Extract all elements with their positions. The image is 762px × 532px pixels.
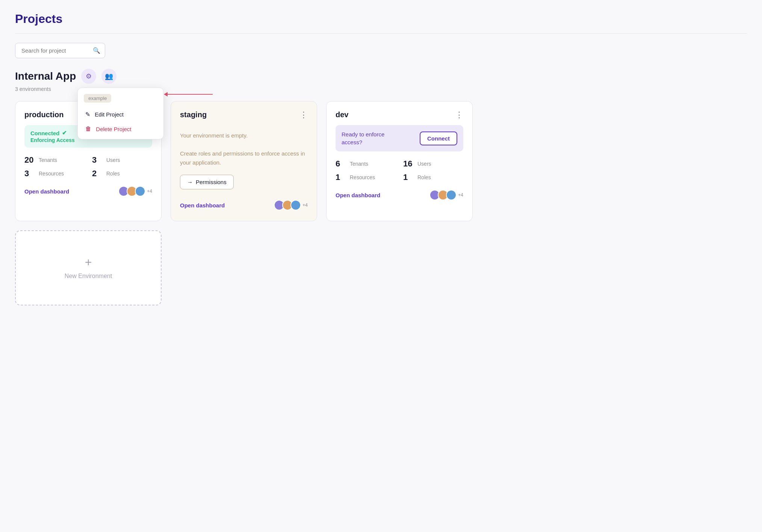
stat-users-dev: 16 Users xyxy=(403,159,463,169)
empty-state-text: Your environment is empty. Create roles … xyxy=(180,125,308,167)
env-card-staging: staging ⋮ Your environment is empty. Cre… xyxy=(171,101,317,221)
title-divider xyxy=(15,33,747,34)
env-name-staging: staging xyxy=(180,110,207,119)
plus-icon: + xyxy=(85,256,92,268)
edit-project-item[interactable]: ✎ Edit Project xyxy=(78,107,163,122)
connect-banner: Ready to enforceaccess? Connect xyxy=(336,125,463,151)
avatar-count: +4 xyxy=(302,203,308,208)
open-dashboard-staging[interactable]: Open dashboard xyxy=(180,202,225,209)
roles-num-dev: 1 xyxy=(403,172,414,182)
more-button-dev[interactable]: ⋮ xyxy=(455,111,463,119)
stat-roles: 2 Roles xyxy=(92,169,152,178)
empty-desc: Create roles and permissions to enforce … xyxy=(180,149,308,167)
trash-icon: 🗑 xyxy=(85,125,91,132)
open-dashboard-dev[interactable]: Open dashboard xyxy=(336,192,380,198)
delete-project-label: Delete Project xyxy=(96,126,131,132)
delete-project-item[interactable]: 🗑 Delete Project xyxy=(78,122,163,136)
search-icon: 🔍 xyxy=(93,47,100,54)
production-footer: Open dashboard +4 xyxy=(24,186,152,196)
env-name-production: production xyxy=(24,110,63,119)
env-card-header-dev: dev ⋮ xyxy=(336,110,463,119)
edit-project-label: Edit Project xyxy=(95,111,124,118)
dev-footer: Open dashboard +4 xyxy=(336,190,463,200)
connect-button[interactable]: Connect xyxy=(420,131,457,145)
users-num: 3 xyxy=(92,155,103,165)
arrow-right-icon: → xyxy=(187,179,193,185)
search-bar: 🔍 xyxy=(15,43,105,58)
gear-button[interactable]: ⚙ xyxy=(81,69,96,84)
members-button[interactable]: 👥 xyxy=(101,69,116,84)
avatar xyxy=(135,186,145,196)
stat-tenants-dev: 6 Tenants xyxy=(336,159,396,169)
stat-resources: 3 Resources xyxy=(24,169,85,178)
edit-icon: ✎ xyxy=(85,111,90,118)
arrow-head xyxy=(164,92,168,97)
project-header: Internal App ⚙ example ✎ Edit Project 🗑 … xyxy=(15,69,747,84)
users-num-dev: 16 xyxy=(403,159,414,169)
avatar-count: +4 xyxy=(458,192,463,198)
roles-num: 2 xyxy=(92,169,103,178)
tenants-num: 20 xyxy=(24,155,35,165)
new-environment-card[interactable]: + New Environment xyxy=(15,230,162,305)
open-dashboard-production[interactable]: Open dashboard xyxy=(24,188,69,195)
resources-num-dev: 1 xyxy=(336,172,346,182)
staging-footer: Open dashboard +4 xyxy=(180,200,308,210)
tenants-num-dev: 6 xyxy=(336,159,346,169)
tenants-label: Tenants xyxy=(39,157,57,163)
project-dropdown-menu: example ✎ Edit Project 🗑 Delete Project xyxy=(77,88,164,139)
page-title: Projects xyxy=(15,12,747,26)
avatar-count: +4 xyxy=(147,189,152,194)
roles-label: Roles xyxy=(106,171,120,177)
avatar xyxy=(290,200,301,210)
tenants-label-dev: Tenants xyxy=(350,161,368,167)
arrow-line xyxy=(168,94,213,95)
arrow-indicator xyxy=(164,92,213,97)
dropdown-tag: example xyxy=(84,94,111,103)
env-card-header-staging: staging ⋮ xyxy=(180,110,308,119)
env-card-dev: dev ⋮ Ready to enforceaccess? Connect 6 … xyxy=(326,101,473,221)
connect-prompt: Ready to enforceaccess? xyxy=(342,130,384,146)
dev-stats: 6 Tenants 16 Users 1 Resources 1 Roles xyxy=(336,159,463,182)
more-button-staging[interactable]: ⋮ xyxy=(299,111,308,119)
resources-label-dev: Resources xyxy=(350,174,375,180)
avatars-production: +4 xyxy=(118,186,152,196)
resources-num: 3 xyxy=(24,169,35,178)
avatar xyxy=(446,190,457,200)
permissions-label: Permissions xyxy=(196,179,227,185)
search-input[interactable] xyxy=(21,47,93,54)
avatars-dev: +4 xyxy=(429,190,463,200)
permissions-button[interactable]: → Permissions xyxy=(180,175,234,189)
stat-resources-dev: 1 Resources xyxy=(336,172,396,182)
stat-roles-dev: 1 Roles xyxy=(403,172,463,182)
gear-dropdown-wrapper: ⚙ example ✎ Edit Project 🗑 Delete Projec… xyxy=(81,69,96,84)
empty-title: Your environment is empty. xyxy=(180,131,308,140)
avatars-staging: +4 xyxy=(274,200,308,210)
stat-users: 3 Users xyxy=(92,155,152,165)
project-name: Internal App xyxy=(15,70,76,82)
production-stats: 20 Tenants 3 Users 3 Resources 2 Roles xyxy=(24,155,152,178)
users-label-dev: Users xyxy=(417,161,431,167)
resources-label: Resources xyxy=(39,171,64,177)
users-label: Users xyxy=(106,157,120,163)
new-environment-label: New Environment xyxy=(65,273,112,280)
check-icon: ✔ xyxy=(62,130,67,136)
stat-tenants: 20 Tenants xyxy=(24,155,85,165)
roles-label-dev: Roles xyxy=(417,174,431,180)
env-name-dev: dev xyxy=(336,110,348,119)
